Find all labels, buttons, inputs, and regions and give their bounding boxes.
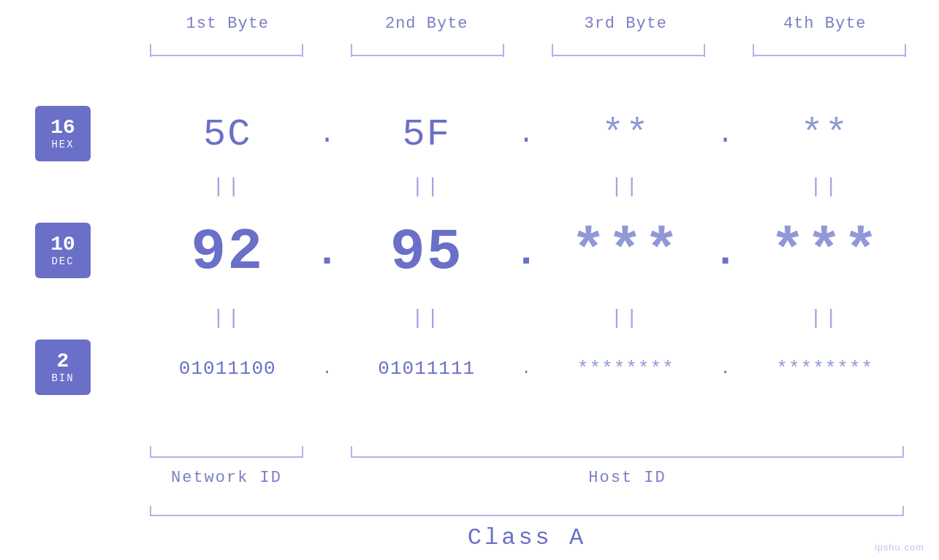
host-id-label: Host ID [351, 469, 904, 487]
header-col4: 4th Byte [740, 15, 911, 33]
hex-b1: 5C [142, 113, 313, 156]
eq1-b1: || [142, 175, 313, 198]
tick-nr [302, 446, 303, 458]
tick-t3l [552, 44, 553, 57]
tick-nl [150, 446, 151, 458]
tick-t2r [503, 44, 504, 57]
header-col1: 1st Byte [142, 15, 313, 33]
tick-t4l [753, 44, 754, 57]
dec-b4: *** [740, 219, 911, 285]
header-col3: 3rd Byte [541, 15, 711, 33]
dec-dot2: . [512, 229, 541, 276]
hex-dot2: . [512, 120, 541, 150]
eq1-b3: || [541, 175, 711, 198]
tick-hr [902, 446, 904, 458]
eq2-b1: || [142, 307, 313, 329]
dec-name: DEC [51, 256, 74, 267]
dec-b3: *** [541, 219, 711, 285]
dec-dot3: . [711, 229, 740, 276]
bracket-top-2 [351, 55, 504, 56]
hex-dot1: . [313, 120, 342, 150]
bin-dot1: . [313, 360, 342, 378]
dec-row: 92 . 95 . *** . *** [142, 219, 910, 285]
eq2-b4: || [740, 307, 911, 329]
class-bracket [150, 515, 904, 516]
hex-row: 5C . 5F . ** . ** [142, 113, 910, 156]
tick-t1r [302, 44, 303, 57]
bin-badge: 2 BIN [35, 340, 91, 395]
tick-t2l [351, 44, 352, 57]
tick-hl [351, 446, 352, 458]
network-id-label: Network ID [150, 469, 303, 487]
bracket-top-1 [150, 55, 303, 56]
main-container: 1st Byte 2nd Byte 3rd Byte 4th Byte 16 H… [0, 0, 939, 560]
dec-b2: 95 [342, 219, 512, 285]
tick-t1l [150, 44, 151, 57]
hex-dot3: . [711, 120, 740, 150]
eq1-b4: || [740, 175, 911, 198]
eq1-b2: || [342, 175, 512, 198]
hex-b3: ** [541, 113, 711, 156]
hex-badge: 16 HEX [35, 106, 91, 161]
dec-dot1: . [313, 229, 342, 276]
bin-row: 01011100 . 01011111 . ******** . *******… [142, 358, 910, 380]
dec-badge: 10 DEC [35, 223, 91, 278]
class-tick-r [902, 506, 904, 516]
eq2-b3: || [541, 307, 711, 329]
dec-num: 10 [50, 234, 75, 256]
bracket-top-3 [552, 55, 705, 56]
watermark: ipshu.com [875, 542, 924, 553]
bin-b4: ******** [740, 358, 911, 380]
class-tick-l [150, 506, 151, 516]
bracket-host [351, 456, 904, 458]
hex-b4: ** [740, 113, 911, 156]
bin-num: 2 [57, 350, 69, 373]
bin-b3: ******** [541, 358, 711, 380]
bin-dot3: . [711, 360, 740, 378]
column-headers: 1st Byte 2nd Byte 3rd Byte 4th Byte [142, 15, 910, 33]
eq-row-2: || || || || [142, 307, 910, 329]
bin-b1: 01011100 [142, 358, 313, 380]
dec-b1: 92 [142, 219, 313, 285]
bin-b2: 01011111 [342, 358, 512, 380]
header-col2: 2nd Byte [342, 15, 512, 33]
eq2-b2: || [342, 307, 512, 329]
bin-name: BIN [51, 372, 74, 384]
hex-b2: 5F [342, 113, 512, 156]
eq-row-1: || || || || [142, 175, 910, 198]
hex-num: 16 [50, 117, 75, 139]
class-label: Class A [150, 524, 904, 551]
tick-t3r [704, 44, 705, 57]
bracket-network [150, 456, 303, 458]
tick-t4r [905, 44, 906, 57]
hex-name: HEX [51, 139, 74, 150]
bracket-top-4 [753, 55, 906, 56]
bin-dot2: . [512, 360, 541, 378]
